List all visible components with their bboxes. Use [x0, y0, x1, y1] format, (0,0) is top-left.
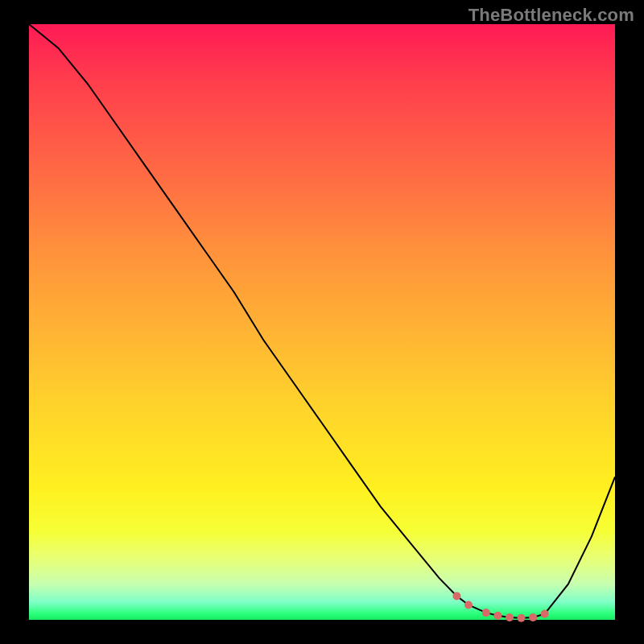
minimum-marker: [541, 610, 549, 618]
minimum-marker: [452, 592, 460, 600]
minimum-marker: [506, 613, 514, 621]
chart-frame: TheBottleneck.com: [0, 0, 644, 644]
minimum-marker: [493, 612, 502, 620]
minimum-marker: [482, 609, 490, 617]
bottleneck-curve: [29, 24, 615, 620]
minimum-markers: [452, 592, 548, 621]
minimum-marker: [529, 613, 537, 621]
watermark-text: TheBottleneck.com: [469, 5, 634, 26]
plot-area: [29, 24, 615, 620]
curve-line: [29, 24, 615, 618]
minimum-marker: [464, 601, 473, 609]
minimum-marker: [518, 614, 526, 622]
